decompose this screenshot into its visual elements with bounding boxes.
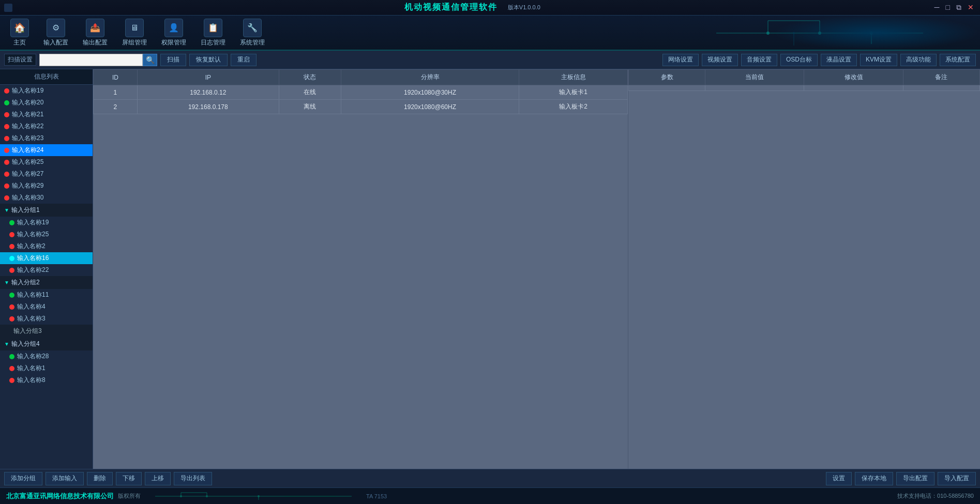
support-phone: 技术支持电话：010-58856780 <box>897 493 974 499</box>
add-group-button[interactable]: 添加分组 <box>4 472 42 485</box>
move-down-button[interactable]: 下移 <box>116 472 142 485</box>
save-local-button[interactable]: 保存本地 <box>855 472 893 485</box>
svg-point-15 <box>180 495 182 497</box>
item-label: 输入名称19 <box>17 218 49 227</box>
nav-perm-mgmt[interactable]: 👤 权限管理 <box>156 17 191 49</box>
status-dot-green <box>9 293 14 298</box>
status-dot-red <box>9 268 14 273</box>
search-button[interactable]: 🔍 <box>143 54 157 66</box>
lcd-settings-button[interactable]: 液晶设置 <box>821 54 857 66</box>
nav-home[interactable]: 🏠 主页 <box>5 17 34 49</box>
right-cell <box>804 85 903 91</box>
list-item-active-16[interactable]: 输入名称16 <box>0 252 93 264</box>
search-box: 🔍 <box>39 54 157 66</box>
group-header-3[interactable]: 输入分组3 <box>0 325 93 338</box>
table-row[interactable]: 2 192.168.0.178 离线 1920x1080@60HZ 输入板卡2 <box>94 100 628 114</box>
close-button[interactable]: ✕ <box>966 3 976 12</box>
nav-sys-config[interactable]: 🔧 系统管理 <box>235 17 270 49</box>
group-header-2[interactable]: ▼ 输入分组2 <box>0 276 93 289</box>
add-input-button[interactable]: 添加输入 <box>46 472 84 485</box>
network-settings-button[interactable]: 网络设置 <box>662 54 699 66</box>
list-item[interactable]: 输入名称22 <box>0 264 93 276</box>
reset-button[interactable]: 重启 <box>231 54 257 66</box>
svg-point-5 <box>766 32 770 35</box>
screen-mgmt-icon: 🖥 <box>125 19 144 37</box>
list-item-active-24[interactable]: 输入名称24 <box>0 144 93 156</box>
nav-output-config-label: 输出配置 <box>83 38 108 47</box>
list-item[interactable]: 输入名称25 <box>0 228 93 240</box>
export-config-button[interactable]: 导出配置 <box>896 472 934 485</box>
panel-header: 信息列表 <box>0 69 93 85</box>
table-row[interactable]: 1 192.168.0.12 在线 1920x1080@30HZ 输入板卡1 <box>94 85 628 100</box>
system-config-button[interactable]: 系统配置 <box>940 54 976 66</box>
titlebar-controls: ─ □ ⧉ ✕ <box>932 3 976 12</box>
main-content: 信息列表 输入名称19 输入名称20 输入名称21 输入名称22 输入 <box>0 69 980 469</box>
import-config-button[interactable]: 导入配置 <box>938 472 976 485</box>
nav-screen-mgmt[interactable]: 🖥 屏组管理 <box>117 17 152 49</box>
list-item[interactable]: 输入名称2 <box>0 240 93 252</box>
list-item[interactable]: 输入名称11 <box>0 289 93 301</box>
list-item[interactable]: 输入名称20 <box>0 97 93 109</box>
item-label: 输入名称24 <box>12 146 43 155</box>
statusbar: 北京富通亚讯网络信息技术有限公司 版权所有 TA 7153 技术支持电话：010… <box>0 487 980 504</box>
status-dot-red <box>4 112 9 117</box>
item-label: 输入名称4 <box>17 302 46 311</box>
advanced-function-button[interactable]: 高级功能 <box>900 54 937 66</box>
search-input[interactable] <box>39 54 143 66</box>
nav-input-config[interactable]: ⚙ 输入配置 <box>38 17 73 49</box>
statusbar-right: 技术支持电话：010-58856780 <box>897 492 974 500</box>
nav-home-label: 主页 <box>13 38 26 47</box>
list-item[interactable]: 输入名称25 <box>0 156 93 168</box>
svg-point-16 <box>206 495 208 497</box>
nav-output-config[interactable]: 📤 输出配置 <box>78 17 113 49</box>
status-dot-red <box>4 172 9 177</box>
col-resolution: 分辨率 <box>341 70 519 85</box>
list-item[interactable]: 输入名称22 <box>0 120 93 132</box>
export-list-button[interactable]: 导出列表 <box>174 472 212 485</box>
minimize-button[interactable]: ─ <box>932 3 942 12</box>
list-item[interactable]: 输入名称29 <box>0 180 93 192</box>
statusbar-circuit <box>155 491 362 501</box>
list-item[interactable]: 输入名称27 <box>0 168 93 180</box>
delete-button[interactable]: 删除 <box>87 472 113 485</box>
cell-resolution: 1920x1080@30HZ <box>341 85 519 100</box>
list-item[interactable]: 输入名称3 <box>0 313 93 325</box>
left-panel: 信息列表 输入名称19 输入名称20 输入名称21 输入名称22 输入 <box>0 69 93 469</box>
cell-board: 输入板卡1 <box>519 85 628 100</box>
item-label: 输入名称16 <box>17 254 49 263</box>
right-cell <box>629 85 705 91</box>
group-header-4[interactable]: ▼ 输入分组4 <box>0 338 93 350</box>
svg-point-7 <box>870 32 873 35</box>
status-dot-red <box>9 366 14 371</box>
col-ip: IP <box>137 70 279 85</box>
navbar: 🏠 主页 ⚙ 输入配置 📤 输出配置 🖥 屏组管理 👤 权限管理 📋 日志管理 … <box>0 16 980 51</box>
list-item[interactable]: 输入名称8 <box>0 374 93 386</box>
perm-mgmt-icon: 👤 <box>164 19 183 37</box>
group-header-1[interactable]: ▼ 输入分组1 <box>0 204 93 217</box>
list-item[interactable]: 输入名称19 <box>0 85 93 97</box>
video-settings-button[interactable]: 视频设置 <box>702 54 738 66</box>
triangle-icon: ▼ <box>4 341 9 347</box>
company-name: 北京富通亚讯网络信息技术有限公司 <box>6 492 114 501</box>
move-up-button[interactable]: 上移 <box>145 472 171 485</box>
restore-button[interactable]: ⧉ <box>954 3 963 12</box>
list-item[interactable]: 输入名称30 <box>0 192 93 204</box>
nav-screen-mgmt-label: 屏组管理 <box>122 38 147 47</box>
list-item[interactable]: 输入名称4 <box>0 301 93 313</box>
audio-settings-button[interactable]: 音频设置 <box>741 54 777 66</box>
kvm-settings-button[interactable]: KVM设置 <box>860 54 897 66</box>
nav-log-mgmt[interactable]: 📋 日志管理 <box>195 17 231 49</box>
list-item[interactable]: 输入名称23 <box>0 132 93 144</box>
settings-button[interactable]: 设置 <box>826 472 852 485</box>
list-item[interactable]: 输入名称19 <box>0 217 93 228</box>
list-item[interactable]: 输入名称1 <box>0 362 93 374</box>
maximize-button[interactable]: □ <box>944 3 952 12</box>
restore-default-button[interactable]: 恢复默认 <box>189 54 228 66</box>
list-item[interactable]: 输入名称21 <box>0 109 93 120</box>
osd-settings-button[interactable]: OSD台标 <box>780 54 818 66</box>
group-label: 输入分组1 <box>11 206 40 215</box>
scan-button[interactable]: 扫描 <box>160 54 186 66</box>
list-item[interactable]: 输入名称28 <box>0 350 93 362</box>
item-label: 输入名称22 <box>17 266 49 274</box>
status-dot-red <box>4 136 9 141</box>
